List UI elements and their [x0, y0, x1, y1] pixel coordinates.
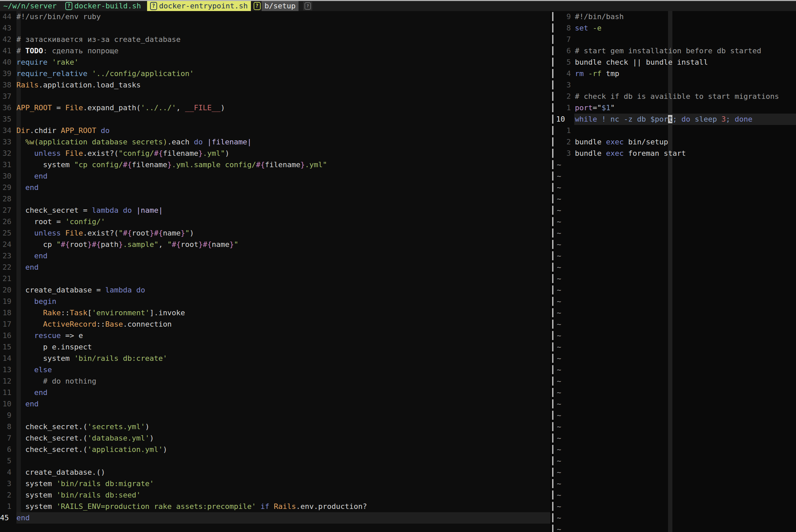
- line-number: 44: [0, 11, 12, 22]
- code-line: 2# check if db is availible to start mig…: [551, 91, 796, 102]
- line-number: 10: [0, 398, 12, 410]
- code-token: %w(: [25, 138, 39, 146]
- window-separator[interactable]: [552, 35, 553, 44]
- window-separator[interactable]: [552, 365, 553, 374]
- empty-line: ~: [551, 159, 796, 171]
- window-separator[interactable]: [552, 479, 553, 488]
- window-separator[interactable]: [552, 115, 553, 124]
- window-separator[interactable]: [552, 342, 553, 352]
- window-separator[interactable]: [552, 377, 553, 386]
- code-token: #!/usr/bin/env ruby: [16, 13, 101, 21]
- code-token: end: [16, 514, 30, 522]
- code-token: #!/bin/bash: [575, 13, 624, 21]
- code-token: #{: [61, 240, 70, 249]
- window-separator[interactable]: [552, 491, 553, 499]
- empty-line: ~: [551, 205, 796, 216]
- window-separator[interactable]: [552, 411, 553, 420]
- tab-docker-build[interactable]: ? docker-build.sh: [65, 1, 141, 11]
- code-token: else: [34, 365, 52, 374]
- window-separator[interactable]: [552, 46, 553, 55]
- window-separator[interactable]: [552, 354, 553, 363]
- line-number: 43: [0, 22, 12, 34]
- empty-line: ~: [551, 512, 796, 524]
- window-separator[interactable]: [552, 240, 553, 249]
- window-separator[interactable]: [552, 58, 553, 66]
- tab-b-setup[interactable]: ? b/setup: [253, 1, 299, 11]
- window-separator[interactable]: [552, 320, 553, 329]
- code-line: 23 end: [0, 250, 550, 262]
- window-separator[interactable]: [552, 126, 553, 135]
- line-number: 3: [556, 79, 571, 91]
- window-separator[interactable]: [552, 69, 553, 78]
- line-number: 7: [0, 433, 12, 444]
- tilde-marker: ~: [557, 354, 561, 362]
- code-token: [203, 138, 207, 146]
- window-separator[interactable]: [552, 331, 553, 340]
- window-separator[interactable]: [552, 172, 553, 180]
- code-token: [16, 263, 25, 271]
- window-separator[interactable]: [552, 194, 553, 203]
- current-line-number: 10: [556, 114, 571, 125]
- line-number: 36: [0, 102, 12, 114]
- code-token: [16, 365, 34, 374]
- code-token: end: [34, 388, 48, 397]
- code-token: .sample": [123, 240, 158, 249]
- window-separator[interactable]: [552, 445, 553, 454]
- code-token: [16, 138, 25, 146]
- window-separator[interactable]: [552, 206, 553, 215]
- tab-label: docker-entrypoint.sh: [159, 0, 248, 12]
- window-separator[interactable]: [552, 525, 553, 532]
- window-separator[interactable]: [552, 388, 553, 397]
- code-token: require_relative: [16, 69, 88, 78]
- window-separator[interactable]: [552, 285, 553, 294]
- code-token: }: [119, 240, 123, 249]
- code-token: .expand_path(: [83, 103, 141, 112]
- window-separator[interactable]: [552, 103, 553, 112]
- window-separator[interactable]: [552, 183, 553, 192]
- window-separator[interactable]: [552, 263, 553, 272]
- window-separator[interactable]: [552, 160, 553, 169]
- code-token: .env.production?: [296, 502, 367, 511]
- tilde-marker: ~: [557, 525, 561, 532]
- overflow-tab[interactable]: ?: [303, 2, 312, 11]
- window-separator[interactable]: [552, 502, 553, 511]
- line-number: 31: [0, 159, 12, 171]
- window-separator[interactable]: [552, 308, 553, 317]
- code-token: system: [16, 502, 56, 511]
- window-separator[interactable]: [552, 92, 553, 101]
- line-number: 3: [556, 148, 571, 159]
- window-separator[interactable]: [552, 399, 553, 408]
- empty-line: ~: [551, 410, 796, 421]
- code-line: 41# TODO: сделать попроще: [0, 45, 550, 57]
- window-separator[interactable]: [552, 251, 553, 260]
- window-separator[interactable]: [552, 23, 553, 33]
- line-number: 25: [0, 227, 12, 239]
- window-separator[interactable]: [552, 513, 553, 522]
- code-token: filename: [132, 160, 167, 169]
- window-separator[interactable]: [552, 456, 553, 466]
- window-separator[interactable]: [552, 137, 553, 146]
- window-separator[interactable]: [552, 422, 553, 431]
- window-separator[interactable]: [552, 149, 553, 158]
- code-token: # do nothing: [43, 377, 96, 385]
- right-editor-pane[interactable]: 9#!/bin/bash8set -e76# start gem install…: [551, 11, 796, 532]
- tab-docker-entrypoint-active[interactable]: ? docker-entrypoint.sh: [147, 1, 251, 11]
- empty-line: ~: [551, 455, 796, 467]
- tilde-marker: ~: [557, 468, 561, 476]
- window-separator[interactable]: [552, 297, 553, 306]
- window-separator[interactable]: [552, 274, 553, 283]
- empty-line: ~: [551, 353, 796, 364]
- code-token: }: [167, 160, 172, 169]
- window-separator[interactable]: [552, 80, 553, 90]
- code-token: Base: [105, 320, 123, 328]
- window-separator[interactable]: [552, 217, 553, 226]
- window-separator[interactable]: [552, 12, 553, 21]
- code-token: .yml.sample config/: [172, 160, 256, 169]
- code-token: require: [16, 58, 48, 66]
- window-separator[interactable]: [552, 468, 553, 477]
- window-separator[interactable]: [552, 434, 553, 442]
- left-editor-pane[interactable]: 44#!/usr/bin/env ruby4342# затаскивается…: [0, 11, 550, 532]
- code-line: 32 unless File.exist?("config/#{filename…: [0, 148, 550, 159]
- window-separator[interactable]: [552, 228, 553, 238]
- empty-line: ~: [551, 387, 796, 398]
